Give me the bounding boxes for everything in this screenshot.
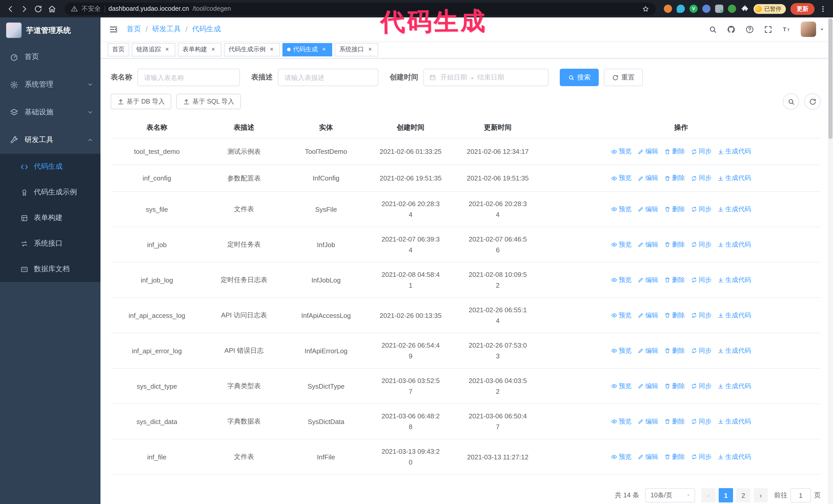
- delete-link[interactable]: 删除: [664, 346, 685, 355]
- puzzle-icon[interactable]: [741, 5, 749, 13]
- delete-link[interactable]: 删除: [664, 240, 685, 249]
- generate-code-link[interactable]: 生成代码: [718, 240, 751, 249]
- delete-link[interactable]: 删除: [664, 417, 685, 426]
- tab-codegen-example[interactable]: 代码生成示例×: [224, 43, 280, 56]
- page-button-1[interactable]: 1: [719, 488, 733, 502]
- close-icon[interactable]: ×: [320, 46, 328, 53]
- extension-icon-screenshot[interactable]: [715, 5, 723, 13]
- edit-link[interactable]: 编辑: [638, 174, 658, 183]
- sync-link[interactable]: 同步: [691, 275, 712, 284]
- hide-search-button[interactable]: [783, 93, 799, 110]
- address-bar[interactable]: 不安全 dashboard.yudao.iocoder.cn/tool/code…: [65, 2, 656, 15]
- sidebar-logo[interactable]: 芋道管理系统: [0, 18, 100, 43]
- edit-link[interactable]: 编辑: [638, 453, 658, 461]
- close-icon[interactable]: ×: [268, 46, 275, 53]
- preview-link[interactable]: 预览: [611, 240, 632, 249]
- sync-link[interactable]: 同步: [691, 346, 712, 355]
- sidebar-fold-icon[interactable]: [109, 24, 118, 34]
- sidebar-subitem-codegen[interactable]: 代码生成: [0, 154, 100, 179]
- generate-code-link[interactable]: 生成代码: [718, 346, 751, 355]
- sidebar-item-infrastructure[interactable]: 基础设施: [0, 98, 100, 126]
- edit-link[interactable]: 编辑: [638, 205, 658, 214]
- home-icon[interactable]: [48, 4, 56, 13]
- preview-link[interactable]: 预览: [611, 147, 632, 156]
- sync-link[interactable]: 同步: [691, 382, 712, 390]
- goto-page-input[interactable]: [790, 488, 811, 502]
- sidebar-item-system-management[interactable]: 系统管理: [0, 71, 100, 98]
- sidebar-subitem-db-doc[interactable]: 数据库文档: [0, 256, 100, 282]
- sidebar-subitem-codegen-example[interactable]: 代码生成示例: [0, 179, 100, 205]
- sync-link[interactable]: 同步: [691, 147, 712, 156]
- extension-icon-people[interactable]: [702, 5, 711, 13]
- generate-code-link[interactable]: 生成代码: [718, 417, 751, 426]
- reset-button[interactable]: 重置: [604, 69, 643, 86]
- edit-link[interactable]: 编辑: [638, 417, 658, 426]
- extension-icon-v[interactable]: V: [689, 5, 698, 13]
- paused-badge[interactable]: 已暂停: [754, 4, 786, 14]
- close-icon[interactable]: ×: [366, 46, 374, 53]
- delete-link[interactable]: 删除: [664, 382, 685, 390]
- generate-code-link[interactable]: 生成代码: [718, 147, 751, 156]
- edit-link[interactable]: 编辑: [638, 275, 658, 284]
- delete-link[interactable]: 删除: [664, 174, 685, 183]
- preview-link[interactable]: 预览: [611, 453, 632, 461]
- edit-link[interactable]: 编辑: [638, 346, 658, 355]
- update-button[interactable]: 更新: [790, 3, 814, 15]
- tab-system-api[interactable]: 系统接口×: [335, 43, 378, 56]
- import-db-button[interactable]: 基于 DB 导入: [111, 94, 171, 109]
- search-button[interactable]: 搜索: [560, 69, 599, 86]
- delete-link[interactable]: 删除: [664, 311, 685, 320]
- generate-code-link[interactable]: 生成代码: [718, 382, 751, 390]
- github-icon[interactable]: [727, 25, 736, 33]
- tab-codegen[interactable]: 代码生成×: [282, 43, 332, 56]
- sync-link[interactable]: 同步: [691, 240, 712, 249]
- font-size-icon[interactable]: TT: [782, 25, 791, 33]
- close-icon[interactable]: ×: [164, 46, 171, 53]
- sidebar-item-home[interactable]: 首页: [0, 43, 100, 71]
- prev-page-button[interactable]: ‹: [701, 488, 716, 502]
- edit-link[interactable]: 编辑: [638, 147, 658, 156]
- table-name-input[interactable]: [137, 69, 240, 86]
- tab-trace[interactable]: 链路追踪×: [132, 43, 175, 56]
- delete-link[interactable]: 删除: [664, 275, 685, 284]
- generate-code-link[interactable]: 生成代码: [718, 205, 751, 214]
- delete-link[interactable]: 删除: [664, 205, 685, 214]
- extension-icon-drop[interactable]: [677, 5, 685, 13]
- browser-scrollbar[interactable]: [828, 18, 833, 504]
- sync-link[interactable]: 同步: [691, 311, 712, 320]
- delete-link[interactable]: 删除: [664, 147, 685, 156]
- preview-link[interactable]: 预览: [611, 275, 632, 284]
- next-page-button[interactable]: ›: [754, 488, 768, 502]
- reload-icon[interactable]: [34, 4, 43, 13]
- edit-link[interactable]: 编辑: [638, 382, 658, 390]
- sidebar-subitem-form-builder[interactable]: 表单构建: [0, 205, 100, 231]
- close-icon[interactable]: ×: [210, 46, 217, 53]
- preview-link[interactable]: 预览: [611, 346, 632, 355]
- extension-icon-orange[interactable]: [664, 5, 672, 13]
- edit-link[interactable]: 编辑: [638, 311, 658, 320]
- generate-code-link[interactable]: 生成代码: [718, 453, 751, 461]
- user-menu[interactable]: [801, 22, 825, 37]
- sync-link[interactable]: 同步: [691, 417, 712, 426]
- breadcrumb-dev-tools[interactable]: 研发工具: [152, 25, 181, 34]
- delete-link[interactable]: 删除: [664, 453, 685, 461]
- breadcrumb-home[interactable]: 首页: [127, 25, 141, 34]
- search-icon[interactable]: [709, 25, 717, 33]
- preview-link[interactable]: 预览: [611, 382, 632, 390]
- tab-form-builder[interactable]: 表单构建×: [178, 43, 221, 56]
- kebab-menu-icon[interactable]: [819, 5, 827, 13]
- sidebar-item-dev-tools[interactable]: 研发工具: [0, 126, 100, 154]
- import-sql-button[interactable]: 基于 SQL 导入: [176, 94, 241, 109]
- preview-link[interactable]: 预览: [611, 205, 632, 214]
- back-icon[interactable]: [6, 4, 15, 13]
- sync-link[interactable]: 同步: [691, 174, 712, 183]
- generate-code-link[interactable]: 生成代码: [718, 311, 751, 320]
- sync-link[interactable]: 同步: [691, 453, 712, 461]
- fullscreen-icon[interactable]: [764, 25, 772, 33]
- generate-code-link[interactable]: 生成代码: [718, 174, 751, 183]
- table-desc-input[interactable]: [278, 69, 378, 86]
- refresh-table-button[interactable]: [804, 93, 821, 110]
- sync-link[interactable]: 同步: [691, 205, 712, 214]
- bookmark-star-icon[interactable]: [642, 5, 649, 13]
- date-range-picker[interactable]: 开始日期 - 结束日期: [423, 69, 548, 86]
